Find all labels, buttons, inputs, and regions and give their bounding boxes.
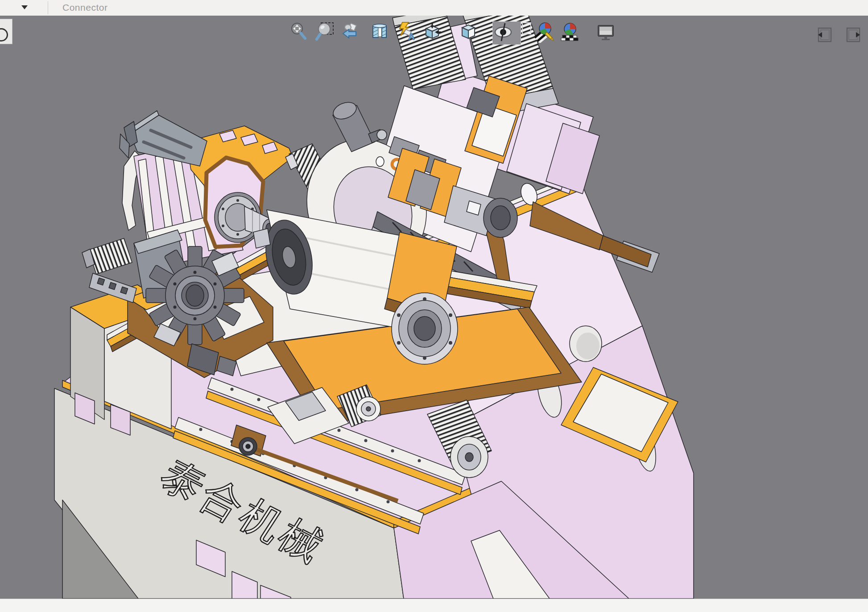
view-settings-button[interactable] [595, 21, 617, 44]
apply-scene-button[interactable] [560, 21, 582, 44]
zoom-to-fit-icon [289, 21, 308, 41]
collapse-pane-left-button[interactable] [817, 27, 833, 44]
previous-view-button[interactable] [341, 21, 364, 44]
monitor-icon [595, 21, 616, 43]
eye-icon [493, 22, 513, 42]
apply-scene-icon [560, 21, 580, 42]
section-view-icon [370, 21, 389, 41]
circle-sketch-icon [0, 28, 8, 42]
hide-show-items-button[interactable] [492, 21, 521, 45]
previous-view-icon [341, 21, 361, 41]
zoom-to-area-icon [315, 21, 335, 41]
machine-3d-model[interactable]: 泰合机械 [0, 16, 868, 599]
3d-viewport[interactable]: 泰合机械 [0, 16, 868, 599]
flyout-toolbar-button[interactable] [0, 19, 12, 44]
top-command-bar: Connector [0, 0, 868, 16]
dynamic-annotation-views-icon: A [396, 21, 416, 41]
section-view-button[interactable] [370, 21, 392, 44]
status-bar [0, 599, 868, 612]
zoom-to-area-button[interactable] [315, 21, 337, 44]
edit-appearance-button[interactable] [533, 21, 556, 44]
collapse-pane-right-icon [846, 27, 861, 43]
svg-text:A: A [408, 32, 414, 41]
collapse-pane-left-icon [817, 27, 832, 43]
chevron-down-icon[interactable] [21, 5, 28, 9]
view-orientation-button[interactable] [422, 21, 445, 44]
collapse-pane-right-button[interactable] [846, 27, 862, 44]
display-style-icon [459, 21, 478, 41]
edit-appearance-icon [533, 21, 555, 43]
view-orientation-icon [422, 21, 442, 41]
zoom-to-fit-button[interactable] [289, 21, 311, 44]
display-style-button[interactable] [459, 21, 481, 44]
tab-connector[interactable]: Connector [62, 2, 107, 13]
dynamic-annotation-views-button[interactable]: A [396, 21, 418, 44]
hide-show-items-flyout[interactable] [522, 22, 531, 34]
tab-divider [48, 1, 48, 14]
